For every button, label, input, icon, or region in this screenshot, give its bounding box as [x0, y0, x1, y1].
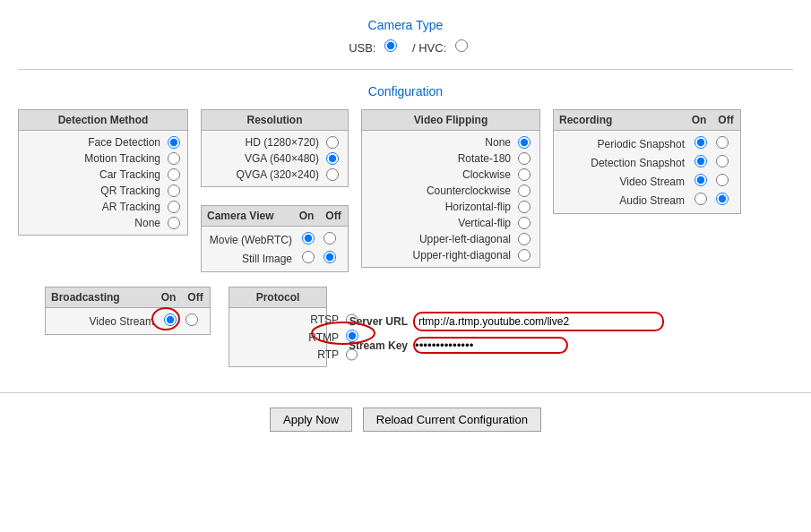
camera-view-box: Camera View On Off Movie (WebRTC): [201, 205, 349, 272]
broadcasting-box: Broadcasting On Off Video Stream: [45, 287, 211, 335]
hd-label: HD (1280×720): [209, 136, 324, 149]
camera-type-title: Camera Type: [0, 18, 811, 32]
broadcast-video-off-radio[interactable]: [185, 313, 198, 326]
still-on-col: [298, 251, 319, 266]
list-item: RTSP: [237, 312, 319, 328]
page-wrapper: Camera Type USB: / HVC: Configuration De…: [0, 0, 811, 448]
recording-col-labels: On Off: [690, 114, 735, 126]
det-snap-off-col: [712, 155, 733, 170]
rec-video-off-col: [712, 174, 733, 189]
movie-off-radio[interactable]: [324, 232, 336, 245]
recording-header-label: Recording: [559, 114, 690, 126]
flip-upper-right-label: Upper-right-diagonal: [369, 249, 516, 262]
list-item: None: [369, 134, 532, 150]
rec-video-off-radio[interactable]: [716, 174, 729, 186]
movie-on-radio[interactable]: [302, 232, 315, 245]
flip-hflip-radio[interactable]: [518, 201, 531, 213]
flip-none-label: None: [369, 136, 516, 149]
reload-button[interactable]: Reload Current Configuration: [363, 408, 541, 432]
broadcasting-col-labels: On Off: [160, 291, 204, 304]
list-item: QVGA (320×240): [209, 167, 341, 183]
flip-counterclockwise-radio[interactable]: [518, 184, 531, 197]
flip-upper-left-radio[interactable]: [518, 233, 531, 245]
flip-none-radio[interactable]: [518, 136, 531, 149]
broadcasting-section: Broadcasting On Off Video Stream: [18, 287, 793, 376]
det-snap-on-col: [690, 155, 712, 170]
qvga-radio[interactable]: [326, 168, 339, 181]
broadcasting-body: Video Stream: [46, 308, 210, 334]
usb-radio[interactable]: [384, 39, 397, 52]
qr-tracking-label: QR Tracking: [24, 184, 166, 197]
list-item: HD (1280×720): [209, 134, 341, 150]
protocol-body: RTSP RTMP RTP: [229, 308, 326, 366]
det-snap-off-radio[interactable]: [716, 155, 729, 167]
list-item: Upper-left-diagonal: [369, 231, 532, 247]
apply-button[interactable]: Apply Now: [270, 408, 352, 432]
list-item: Rotate-180: [369, 150, 532, 167]
flip-vflip-label: Vertical-flip: [369, 217, 516, 229]
movie-webrtc-label: Movie (WebRTC): [209, 234, 298, 246]
none-detection-radio[interactable]: [168, 217, 180, 229]
buttons-section: Apply Now Reload Current Configuration: [0, 392, 811, 439]
none-detection-label: None: [24, 217, 166, 229]
still-off-col: [319, 251, 341, 266]
list-item: Video Stream: [561, 172, 733, 191]
periodic-off-radio[interactable]: [716, 136, 729, 149]
resolution-body: HD (1280×720) VGA (640×480) QVGA (320×24…: [202, 131, 348, 186]
rec-audio-off-col: [712, 193, 733, 208]
recording-body: Periodic Snapshot Detection Snapshot Vid…: [554, 131, 740, 213]
flip-counterclockwise-label: Counterclockwise: [369, 184, 516, 197]
rtp-label: RTP: [237, 348, 344, 361]
camera-type-row: USB: / HVC:: [0, 39, 811, 55]
camera-view-header-label: Camera View: [207, 210, 298, 222]
car-tracking-radio[interactable]: [168, 168, 180, 181]
flip-upper-left-label: Upper-left-diagonal: [369, 233, 516, 245]
rtmp-radio-wrapper: [344, 330, 360, 345]
vga-radio[interactable]: [326, 152, 339, 165]
list-item: Clockwise: [369, 167, 532, 183]
resolution-box: Resolution HD (1280×720) VGA (640×480) Q…: [201, 109, 349, 187]
motion-tracking-label: Motion Tracking: [24, 152, 166, 165]
camera-view-on-label: On: [298, 210, 315, 222]
qvga-label: QVGA (320×240): [209, 168, 324, 181]
list-item: Horizontal-flip: [369, 199, 532, 215]
ar-tracking-label: AR Tracking: [24, 201, 166, 213]
stream-key-input[interactable]: [413, 337, 568, 354]
flip-upper-right-radio[interactable]: [518, 249, 531, 262]
hvc-radio[interactable]: [455, 39, 468, 52]
ar-tracking-radio[interactable]: [168, 201, 180, 213]
list-item: Face Detection: [24, 134, 182, 150]
list-item: Movie (WebRTC): [209, 230, 341, 249]
detection-method-body: Face Detection Motion Tracking Car Track…: [19, 131, 187, 235]
flip-clockwise-radio[interactable]: [518, 168, 531, 181]
rec-audio-stream-label: Audio Stream: [561, 194, 690, 207]
list-item: Detection Snapshot: [561, 153, 733, 172]
det-snap-on-radio[interactable]: [695, 155, 707, 167]
broadcast-video-on-radio[interactable]: [164, 313, 177, 326]
face-detection-radio[interactable]: [168, 136, 180, 149]
flip-hflip-label: Horizontal-flip: [369, 201, 516, 213]
flip-vflip-radio[interactable]: [518, 217, 531, 229]
server-url-input[interactable]: [413, 312, 664, 331]
list-item: Periodic Snapshot: [561, 134, 733, 153]
periodic-on-radio[interactable]: [695, 136, 707, 149]
detection-method-header: Detection Method: [19, 110, 187, 131]
rec-video-on-radio[interactable]: [695, 174, 707, 186]
list-item: Audio Stream: [561, 191, 733, 210]
server-url-row: Server URL: [345, 312, 664, 331]
still-on-radio[interactable]: [302, 251, 315, 263]
periodic-snapshot-label: Periodic Snapshot: [561, 138, 690, 150]
broadcasting-on-label: On: [160, 291, 177, 304]
still-off-radio[interactable]: [324, 251, 336, 263]
flip-rotate180-radio[interactable]: [518, 152, 531, 165]
flip-rotate180-label: Rotate-180: [369, 152, 516, 165]
rec-video-stream-label: Video Stream: [561, 176, 690, 188]
rec-audio-on-radio[interactable]: [695, 193, 707, 205]
qr-tracking-radio[interactable]: [168, 184, 180, 197]
rec-audio-off-radio[interactable]: [716, 193, 729, 205]
motion-tracking-radio[interactable]: [168, 152, 180, 165]
rtmp-radio[interactable]: [346, 330, 358, 342]
rec-audio-on-col: [690, 193, 712, 208]
hd-radio[interactable]: [326, 136, 339, 149]
divider-1: [18, 69, 793, 70]
